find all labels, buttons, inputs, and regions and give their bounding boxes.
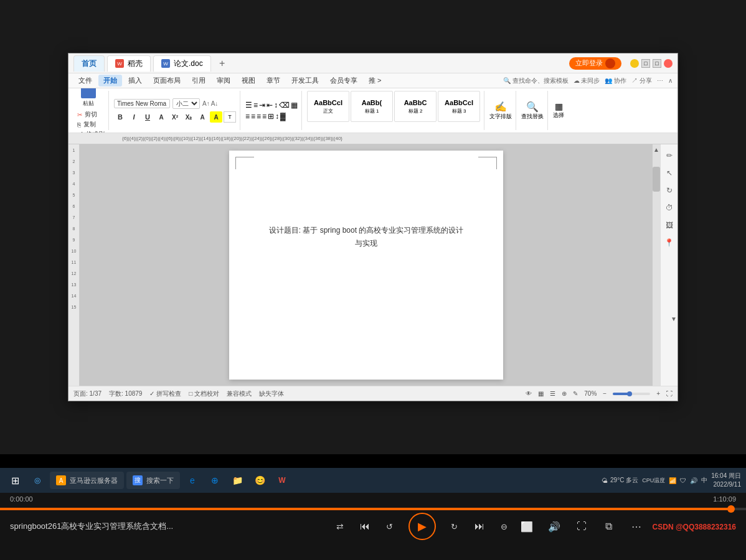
missing-font[interactable]: 缺失字体 — [259, 390, 284, 398]
close-button[interactable]: ✕ — [664, 59, 673, 68]
login-button[interactable]: 立即登录 — [569, 57, 621, 70]
view-mode-icon[interactable]: 👁 — [526, 390, 532, 397]
italic-button[interactable]: I — [128, 111, 140, 123]
indent-increase-button[interactable]: ⇥ — [259, 101, 265, 110]
sort-button[interactable]: ↕ — [274, 101, 278, 110]
next-button[interactable]: ⏭ — [468, 515, 491, 538]
cortana-button[interactable]: ◎ — [27, 472, 47, 489]
volume-button[interactable]: 🔊 — [543, 515, 565, 538]
tab-home[interactable]: 首页 — [73, 55, 105, 72]
taskbar-wps[interactable]: W — [272, 472, 292, 489]
find-replace-button[interactable]: 🔍 查找替换 — [521, 101, 544, 121]
pip-button[interactable]: ⧉ — [598, 515, 620, 538]
fullscreen-button[interactable]: ⛶ — [666, 390, 673, 397]
spell-check[interactable]: ✓ 拼写检查 — [149, 390, 181, 398]
location-tool-icon[interactable]: 📍 — [663, 236, 676, 249]
minimize-button[interactable]: — — [630, 59, 639, 68]
indent-decrease-button[interactable]: ⇤ — [267, 101, 273, 110]
prev-button[interactable]: ⏮ — [354, 515, 376, 538]
menu-more[interactable]: 推 > — [364, 75, 386, 86]
play-pause-button[interactable]: ▶ — [408, 513, 436, 540]
menu-layout[interactable]: 页面布局 — [148, 75, 186, 86]
revision-marks[interactable]: □ 文档校对 — [189, 390, 219, 398]
list-bullet-button[interactable]: ☰ — [245, 101, 252, 110]
align-left-button[interactable]: ≡ — [245, 112, 250, 121]
align-center-button[interactable]: ≡ — [251, 112, 255, 121]
font-color-button[interactable]: A — [196, 111, 209, 123]
taskbar-emoji[interactable]: 😊 — [250, 472, 270, 489]
menu-view[interactable]: 视图 — [237, 75, 260, 86]
document-scroll[interactable]: 设计题目: 基于 spring boot 的高校专业实习管理系统的设计 与实现 — [80, 144, 653, 386]
rotate-tool-icon[interactable]: ↻ — [663, 184, 676, 197]
align-right-button[interactable]: ≡ — [257, 112, 261, 121]
web-view-icon[interactable]: ⊕ — [562, 390, 567, 397]
menu-start[interactable]: 开始 — [98, 75, 122, 86]
scroll-down-button[interactable]: ▼ — [670, 314, 678, 324]
taskbar-search[interactable]: 搜 搜索一下 — [126, 472, 180, 489]
border-button[interactable]: ▦ — [291, 101, 298, 110]
zoom-in-button[interactable]: + — [656, 390, 660, 397]
font-increase-icon[interactable]: A↑ — [202, 100, 210, 107]
highlight-button[interactable]: A — [210, 111, 222, 123]
tab-doc[interactable]: W 论文.doc — [153, 55, 211, 72]
menu-insert[interactable]: 插入 — [123, 75, 147, 86]
clear-format-button[interactable]: ⌫ — [279, 101, 290, 110]
align-justify-button[interactable]: ≡ — [262, 112, 267, 121]
line-spacing-button[interactable]: ↕ — [275, 112, 279, 121]
zoom-out-button[interactable]: − — [603, 390, 607, 397]
strikethrough-button[interactable]: A — [155, 111, 168, 123]
shuffle-button[interactable]: ⇄ — [329, 515, 351, 538]
maximize-button[interactable]: □ — [653, 59, 661, 68]
zoom-slider[interactable] — [613, 393, 650, 395]
style-heading3[interactable]: AaBbCcI 标题 3 — [438, 91, 480, 122]
restore-button[interactable]: □ — [641, 59, 650, 68]
taskbar-edge[interactable]: ⊕ — [205, 472, 225, 489]
menu-devtools[interactable]: 开发工具 — [286, 75, 324, 86]
pencil-tool-icon[interactable]: ✏ — [663, 149, 676, 162]
progress-bar[interactable] — [0, 508, 746, 510]
tab-daoke[interactable]: W 稻壳 — [107, 55, 151, 72]
taskbar-explorer[interactable]: 📁 — [227, 472, 247, 489]
cut-button[interactable]: ✂ 剪切 — [77, 110, 105, 119]
underline-button[interactable]: U — [141, 111, 154, 123]
more-menu-btn[interactable]: ⋯ — [657, 77, 663, 84]
image-tool-icon[interactable]: 🖼 — [663, 219, 676, 231]
share-btn[interactable]: ↗ 分享 — [631, 77, 652, 85]
font-size-adjust[interactable]: A↑ A↓ — [202, 100, 218, 107]
writing-tools-button[interactable]: ✍ 文字排版 — [489, 101, 512, 121]
collapse-ribbon-btn[interactable]: ∧ — [668, 77, 673, 84]
bold-button[interactable]: B — [114, 111, 126, 123]
taskbar-ie[interactable]: e — [182, 472, 202, 489]
scroll-up-button[interactable]: ▲ — [653, 144, 660, 154]
font-name-input[interactable] — [114, 99, 170, 108]
copy-button[interactable]: ⎘ 复制 — [77, 120, 105, 129]
more-options-button[interactable]: ⋯ — [625, 515, 648, 538]
cursor-tool-icon[interactable]: ↖ — [663, 167, 676, 179]
style-heading1[interactable]: AaBb( 标题 1 — [351, 91, 393, 122]
edit-mode-icon[interactable]: ✎ — [573, 390, 578, 397]
forward5-button[interactable]: ↻ — [443, 515, 466, 538]
style-normal[interactable]: AaBbCcI 正文 — [307, 91, 349, 122]
menu-member[interactable]: 会员专享 — [325, 75, 362, 86]
subtitle-button[interactable]: ⬜ — [516, 515, 538, 538]
layout-view-icon[interactable]: ▦ — [538, 390, 544, 397]
scrollbar-thumb[interactable] — [653, 167, 660, 192]
select-button[interactable]: ▦ 选择 — [553, 101, 564, 119]
text-box-button[interactable]: T — [224, 111, 236, 123]
menu-chapter[interactable]: 章节 — [262, 75, 285, 86]
start-button[interactable]: ⊞ — [5, 472, 25, 489]
superscript-button[interactable]: X² — [169, 111, 181, 123]
outline-view-icon[interactable]: ☰ — [550, 390, 555, 397]
clock-tool-icon[interactable]: ⏱ — [663, 202, 676, 214]
subscript-button[interactable]: X₂ — [182, 111, 195, 123]
shading-button[interactable]: ▓ — [280, 112, 286, 121]
font-size-select[interactable]: 小二 小三 — [172, 98, 200, 109]
menu-review[interactable]: 审阅 — [212, 75, 235, 86]
back5-button[interactable]: ↺ — [379, 515, 401, 538]
menu-reference[interactable]: 引用 — [187, 75, 210, 86]
menu-file[interactable]: 文件 — [73, 75, 97, 86]
collab-btn[interactable]: 👥 协作 — [605, 77, 626, 85]
paste-button[interactable]: 粘贴 — [77, 88, 100, 109]
style-heading2[interactable]: AaBbC 标题 2 — [394, 91, 437, 122]
vertical-scrollbar[interactable]: ▲ ▼ — [653, 144, 660, 386]
